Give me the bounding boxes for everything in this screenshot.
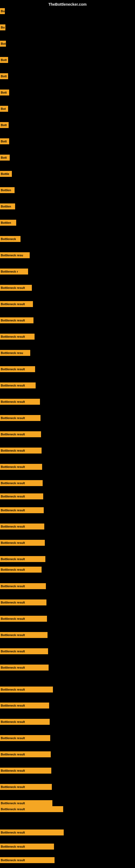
- bar-label: Bottleneck result: [0, 632, 48, 638]
- bar-label: Bottleneck result: [0, 599, 46, 606]
- bar-item: Bottleneck result: [0, 686, 53, 692]
- bar-label: Bottleneck result: [0, 844, 54, 849]
- bar-label: Bottleneck result: [0, 751, 51, 757]
- bar-label: Bottleneck result: [0, 735, 50, 741]
- bar-item: Bottleneck result: [0, 784, 52, 790]
- bar-item: Bottleneck: [0, 236, 20, 242]
- bar-item: Bott: [0, 90, 9, 95]
- bar-label: Bottlen: [0, 187, 14, 193]
- bar-label: Bottleneck result: [0, 493, 43, 499]
- bar-item: Bo: [0, 8, 5, 14]
- bar-item: Bottleneck result: [0, 857, 54, 863]
- bar-item: Bottleneck result: [0, 556, 45, 562]
- bar-item: Bottleneck result: [0, 399, 40, 405]
- bar-item: Bottleneck result: [0, 751, 51, 757]
- bar-label: Bottleneck result: [0, 524, 44, 529]
- bar-item: Bottleneck result: [0, 616, 47, 622]
- bar-label: Bottleneck result: [0, 800, 52, 806]
- bar-label: Bottleneck result: [0, 664, 49, 671]
- bar-label: Bottleneck result: [0, 366, 35, 372]
- bar-label: Bot: [0, 106, 8, 112]
- bar-label: Bottleneck result: [0, 616, 47, 622]
- bar-label: Bottleneck result: [0, 447, 42, 454]
- bar-label: Bottleneck result: [0, 334, 35, 340]
- bar-label: Bottleneck resu: [0, 252, 30, 258]
- bar-label: Bottleneck result: [0, 540, 45, 546]
- bar-label: Bottleneck result: [0, 285, 32, 291]
- bar-item: Bottleneck result: [0, 415, 41, 421]
- bar-item: Bottleneck result: [0, 382, 36, 389]
- bar-item: Bott: [0, 73, 8, 79]
- bar-item: Bottleneck result: [0, 447, 42, 454]
- bar-item: Bottleneck result: [0, 524, 44, 529]
- bar-label: Bottleneck result: [0, 480, 43, 486]
- bar-label: Bottleneck result: [0, 784, 52, 790]
- bar-label: Bottleneck result: [0, 648, 48, 654]
- bar-label: Bott: [0, 138, 9, 144]
- bar-label: Bottleneck result: [0, 768, 51, 774]
- bar-item: Bottleneck result: [0, 317, 34, 323]
- bar-item: Bottleneck result: [0, 632, 48, 638]
- bar-item: Bott: [0, 155, 10, 161]
- bar-label: Bottleneck result: [0, 415, 41, 421]
- bar-label: Bottleneck result: [0, 317, 34, 323]
- bar-item: Bott: [0, 138, 9, 144]
- bar-label: Bottle: [0, 171, 12, 177]
- bar-label: Bottleneck result: [0, 399, 40, 405]
- bar-label: Bottleneck result: [0, 719, 50, 725]
- bar-item: Bottleneck result: [0, 664, 49, 671]
- bar-item: Bot: [0, 41, 6, 46]
- bar-item: Bottleneck resu: [0, 252, 30, 258]
- bar-item: Bottlen: [0, 204, 15, 209]
- bar-label: Bott: [0, 90, 9, 95]
- bar-label: Bottleneck result: [0, 556, 45, 562]
- site-title: TheBottlenecker.com: [48, 2, 87, 6]
- bar-item: Bottlen: [0, 220, 16, 226]
- bar-label: Bottleneck result: [0, 382, 36, 389]
- bar-item: Bottleneck result: [0, 719, 50, 725]
- bar-label: Bottleneck result: [0, 507, 44, 513]
- bar-label: Bottleneck result: [0, 431, 41, 437]
- bar-item: Bottleneck result: [0, 800, 52, 806]
- bar-label: Bo: [0, 8, 5, 14]
- bar-label: Bott: [0, 122, 9, 128]
- bar-item: Bottleneck result: [0, 540, 45, 546]
- bar-label: Bott: [0, 73, 8, 79]
- bar-item: Bottleneck result: [0, 480, 43, 486]
- bar-label: Bottleneck: [0, 236, 20, 242]
- bar-label: Bottlen: [0, 204, 15, 209]
- bar-item: Bottleneck result: [0, 599, 46, 606]
- bar-label: Bott: [0, 155, 10, 161]
- bar-label: Bottleneck r: [0, 269, 28, 275]
- bar-label: Bottleneck result: [0, 464, 42, 470]
- bar-label: Bottleneck result: [0, 806, 63, 812]
- bar-item: Bo: [0, 24, 5, 30]
- bar-label: Bottleneck result: [0, 567, 42, 572]
- bar-item: Bottleneck result: [0, 464, 42, 470]
- bar-item: Bottleneck result: [0, 844, 54, 849]
- bar-item: Bottleneck resu: [0, 350, 30, 356]
- bar-item: Bot: [0, 106, 8, 112]
- bar-label: Bottleneck result: [0, 857, 54, 863]
- bar-item: Bottleneck result: [0, 830, 64, 835]
- bar-item: Bottleneck result: [0, 301, 33, 307]
- bar-label: Bottleneck result: [0, 301, 33, 307]
- bar-label: Bo: [0, 24, 5, 30]
- bar-item: Bottleneck result: [0, 366, 35, 372]
- bar-item: Bottleneck result: [0, 735, 50, 741]
- bar-label: Bottlen: [0, 220, 16, 226]
- bar-item: Bottleneck result: [0, 285, 32, 291]
- bar-item: Bott: [0, 122, 9, 128]
- bar-item: Bott: [0, 57, 8, 63]
- bar-item: Bottleneck result: [0, 431, 41, 437]
- bar-item: Bottleneck result: [0, 648, 48, 654]
- bar-item: Bottleneck result: [0, 768, 51, 774]
- bar-item: Bottleneck result: [0, 493, 43, 499]
- bar-item: Bottleneck result: [0, 583, 46, 589]
- bar-item: Bottleneck r: [0, 269, 28, 275]
- bar-label: Bot: [0, 41, 6, 46]
- bar-item: Bottleneck result: [0, 334, 35, 340]
- bar-item: Bottleneck result: [0, 806, 63, 812]
- bar-item: Bottle: [0, 171, 12, 177]
- bar-item: Bottleneck result: [0, 567, 42, 572]
